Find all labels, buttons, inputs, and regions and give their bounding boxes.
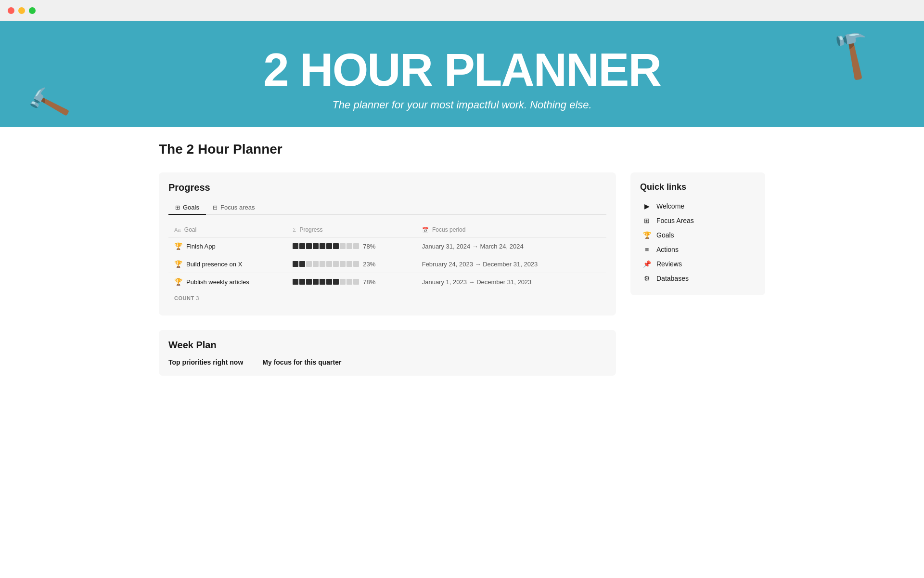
progress-segment — [326, 279, 332, 285]
quick-link-label: Welcome — [656, 202, 684, 210]
goal-name: Build presence on X — [186, 261, 242, 268]
progress-segment — [306, 243, 312, 249]
progress-segment — [340, 243, 346, 249]
quick-links-list: ▶ Welcome⊞ Focus Areas🏆 Goals≡ Actions📌 … — [640, 199, 756, 286]
goal-name: Finish App — [186, 243, 216, 250]
progress-cell: 78% — [287, 273, 416, 291]
progress-segment — [293, 279, 298, 285]
hammer-right-icon: 🔨 — [820, 22, 884, 85]
traffic-lights — [8, 7, 36, 14]
progress-segment — [306, 261, 312, 267]
right-column: Quick links ▶ Welcome⊞ Focus Areas🏆 Goal… — [630, 172, 765, 295]
progress-segment — [293, 243, 298, 249]
progress-segment — [299, 243, 305, 249]
progress-segment — [326, 243, 332, 249]
page-content: The 2 Hour Planner Progress ⊞ Goals ⊟ Fo… — [130, 127, 794, 390]
priorities-title: Top priorities right now — [168, 358, 243, 366]
quick-link-item[interactable]: ▶ Welcome — [640, 199, 756, 213]
goal-cell: 🏆 Publish weekly articles — [168, 273, 287, 291]
quick-link-icon: ⊞ — [642, 217, 652, 224]
period-cell: January 31, 2024 → March 24, 2024 — [416, 237, 590, 255]
quick-link-item[interactable]: ⚙ Databases — [640, 271, 756, 286]
progress-percent: 78% — [363, 243, 375, 250]
action-cell — [590, 273, 606, 291]
col-prefix-progress: Σ — [293, 227, 296, 233]
priorities-col: Top priorities right now — [168, 358, 243, 366]
quick-link-item[interactable]: ≡ Actions — [640, 242, 756, 257]
quick-link-icon: ▶ — [642, 202, 652, 210]
progress-segment — [306, 279, 312, 285]
main-layout: Progress ⊞ Goals ⊟ Focus areas — [159, 172, 765, 376]
week-plan-title: Week Plan — [168, 340, 606, 351]
goal-name: Publish weekly articles — [186, 278, 249, 286]
trophy-icon: 🏆 — [174, 260, 182, 268]
fullscreen-button[interactable] — [29, 7, 36, 14]
quick-link-label: Databases — [656, 275, 689, 282]
quick-links-card: Quick links ▶ Welcome⊞ Focus Areas🏆 Goal… — [630, 172, 765, 295]
table-row[interactable]: 🏆 Finish App 78%January 31, 2024 → March… — [168, 237, 606, 255]
progress-percent: 23% — [363, 261, 375, 268]
goals-tab-label: Goals — [183, 204, 199, 211]
quick-link-icon: ⚙ — [642, 275, 652, 282]
action-cell — [590, 255, 606, 273]
table-row[interactable]: 🏆 Build presence on X 23%February 24, 20… — [168, 255, 606, 273]
action-cell — [590, 237, 606, 255]
progress-cell: 78% — [287, 237, 416, 255]
hammer-left-icon: 🔨 — [24, 81, 73, 127]
progress-cell: 23% — [287, 255, 416, 273]
quick-link-item[interactable]: ⊞ Focus Areas — [640, 213, 756, 228]
focus-title: My focus for this quarter — [262, 358, 341, 366]
trophy-icon: 🏆 — [174, 278, 182, 286]
table-header-row: Aa Goal Σ Progress 📅 Focus period — [168, 223, 606, 237]
close-button[interactable] — [8, 7, 14, 14]
tab-goals[interactable]: ⊞ Goals — [168, 201, 206, 215]
quick-link-icon: 🏆 — [642, 231, 652, 239]
col-header-progress: Σ Progress — [287, 223, 416, 237]
trophy-icon: 🏆 — [174, 242, 182, 250]
progress-segment — [320, 261, 325, 267]
progress-segment — [313, 279, 319, 285]
focus-areas-tab-label: Focus areas — [220, 204, 255, 211]
progress-title: Progress — [168, 182, 606, 193]
tab-focus-areas[interactable]: ⊟ Focus areas — [206, 201, 262, 215]
quick-link-label: Focus Areas — [656, 217, 694, 224]
page-title: The 2 Hour Planner — [159, 142, 765, 157]
progress-segment — [340, 279, 346, 285]
quick-link-icon: ≡ — [642, 246, 652, 253]
progress-segment — [299, 261, 305, 267]
progress-segment — [346, 261, 352, 267]
progress-segment — [313, 243, 319, 249]
banner: 🔨 2 HOUR PLANNER The planner for your mo… — [0, 21, 924, 127]
quick-link-item[interactable]: 📌 Reviews — [640, 257, 756, 271]
progress-segment — [313, 261, 319, 267]
progress-segment — [340, 261, 346, 267]
count-label: COUNT — [174, 295, 194, 301]
progress-section: Progress ⊞ Goals ⊟ Focus areas — [159, 172, 616, 315]
progress-percent: 78% — [363, 278, 375, 286]
window-chrome — [0, 0, 924, 21]
banner-subtitle: The planner for your most impactful work… — [332, 99, 591, 111]
progress-segment — [333, 243, 339, 249]
progress-segment — [320, 243, 325, 249]
quick-link-item[interactable]: 🏆 Goals — [640, 228, 756, 242]
period-cell: January 1, 2023 → December 31, 2023 — [416, 273, 590, 291]
col-prefix-goal: Aa — [174, 227, 180, 233]
count-row: COUNT 3 — [168, 290, 606, 306]
minimize-button[interactable] — [18, 7, 25, 14]
col-header-period: 📅 Focus period — [416, 223, 590, 237]
week-plan-section: Week Plan Top priorities right now My fo… — [159, 330, 616, 376]
col-header-actions — [590, 223, 606, 237]
progress-segment — [333, 261, 339, 267]
table-row[interactable]: 🏆 Publish weekly articles 78%January 1, … — [168, 273, 606, 291]
progress-segment — [293, 261, 298, 267]
progress-segment — [326, 261, 332, 267]
goal-cell: 🏆 Build presence on X — [168, 255, 287, 273]
progress-segment — [353, 279, 359, 285]
quick-links-title: Quick links — [640, 182, 756, 192]
goals-table: Aa Goal Σ Progress 📅 Focus period — [168, 223, 606, 306]
quick-link-icon: 📌 — [642, 260, 652, 268]
progress-segment — [346, 243, 352, 249]
focus-areas-tab-icon: ⊟ — [213, 204, 218, 211]
goal-cell: 🏆 Finish App — [168, 237, 287, 255]
progress-segment — [299, 279, 305, 285]
